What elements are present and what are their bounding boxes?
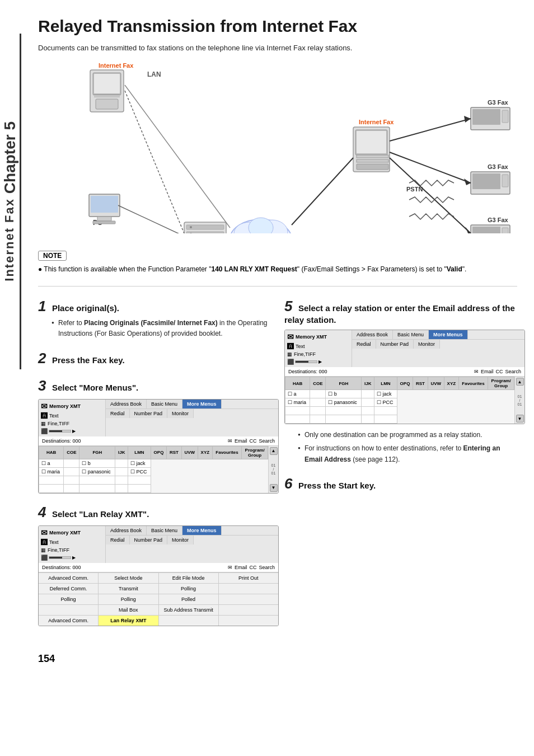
menu-print-out[interactable]: Print Out [219,573,278,583]
tab-monitor[interactable]: Monitor [167,409,194,418]
network-diagram: Internet Fax LAN PC Mail Server [38,60,517,233]
menu-polling[interactable]: Polling [159,584,219,594]
tab-basic-menu[interactable]: Basic Menu [147,400,182,408]
scroll-up[interactable]: ▲ [270,447,278,455]
step-3-num: 3 [38,377,46,394]
step-5-text: Select a relay station or enter the Emai… [284,303,515,325]
col-xyz[interactable]: XYZ [198,446,212,459]
menu-sub-addr-xmt[interactable]: Sub Address Transmit [159,605,219,615]
step5-fax-tabs: Address Book Basic Menu More Menus Redia… [352,330,524,367]
menu-lan-relay-xmt[interactable]: Lan Relay XMT [99,616,158,626]
table-row-empty2 [285,415,514,424]
menu-select-mode[interactable]: Select Mode [99,573,158,583]
svg-rect-9 [93,221,115,224]
col-favourites[interactable]: Favourites [212,446,241,459]
svg-point-15 [190,226,192,228]
svg-line-45 [390,152,471,183]
step-6-num: 6 [284,475,292,492]
menu-tab-more-menus[interactable]: More Menus [182,526,222,535]
menu-transmit[interactable]: Transmit [99,584,158,594]
col-program-group[interactable]: Program/Group [242,446,268,459]
svg-rect-5 [96,99,118,109]
menu-polling3[interactable]: Polling [99,594,158,604]
fax-table-area: HAB COE FGH IJK LMN OPQ RST UVW XYZ Fa [39,446,278,493]
fax-header: ✉ Memory XMT 🅰 Text ▦ Fine,TIFF [39,400,278,436]
step5-tab-basic-menu[interactable]: Basic Menu [393,330,429,339]
menu-advanced-comm[interactable]: Advanced Comm. [39,573,99,583]
step5-tab-address-book[interactable]: Address Book [352,330,393,339]
chapter-side-tab: Chapter 5 Internet Fax [0,34,21,369]
chapter-number: Chapter 5 [1,121,19,194]
table-row: ☐ a ☐ b ☐ jack [285,390,514,398]
col-fgh[interactable]: FGH [79,446,115,459]
page-title: Relayed Transmission from Internet Fax [38,17,517,36]
g3fax-label3: G3 Fax [488,217,509,223]
step5-address-table: HAB COE FGH IJK LMN OPQ RST UVW XYZ Fa [285,377,514,424]
svg-rect-31 [502,110,508,123]
svg-line-39 [125,85,230,228]
step5-tab-more-menus[interactable]: More Menus [429,330,468,339]
step-6: 6 Press the Start key. [284,475,517,492]
step5-tab-number-pad[interactable]: Number Pad [376,340,414,349]
menu-tab-basic-menu[interactable]: Basic Menu [147,526,182,535]
menu-mail-box[interactable]: Mail Box [99,605,158,615]
menu-edit-file-mode[interactable]: Edit File Mode [159,573,219,583]
lan-label: LAN [147,71,161,78]
intro-text: Documents can be transmitted to fax stat… [38,44,517,52]
steps-right: 5 Select a relay station or enter the Em… [284,298,517,636]
scroll-arrows: ▲ 01/01 ▼ [268,446,278,493]
step5-fax-panel: ✉ Memory XMT 🅰 Text ▦ Fine,TIFF [284,330,525,424]
menu-tab-number-pad[interactable]: Number Pad [130,536,168,544]
menu-row-5: Advanced Comm. Lan Relay XMT [39,615,278,626]
section-divider [38,286,517,287]
menu-polling2[interactable]: Polling [39,594,99,604]
svg-rect-37 [502,228,508,233]
svg-line-43 [390,119,471,141]
svg-marker-46 [464,179,471,185]
menu-tab-address-book[interactable]: Address Book [106,526,147,535]
note-content: ● This function is available when the Fu… [38,264,508,275]
scroll-down[interactable]: ▼ [270,484,278,492]
internet-fax-label: Internet Fax [99,62,134,69]
fax-left-info: ✉ Memory XMT 🅰 Text ▦ Fine,TIFF [39,400,106,436]
table-row-empty2 [39,484,268,492]
col-rst[interactable]: RST [167,446,181,459]
steps-left: 1 Place original(s). Refer to Placing Or… [38,298,271,636]
col-uvw[interactable]: UVW [181,446,198,459]
menu-row-1: Advanced Comm. Select Mode Edit File Mod… [39,572,278,583]
fax-tabs-row2: Redial Number Pad Monitor [106,409,278,418]
step3-fax-panel: ✉ Memory XMT 🅰 Text ▦ Fine,TIFF [38,399,279,494]
svg-line-47 [390,158,471,233]
tab-redial[interactable]: Redial [106,409,130,418]
fax-dest-label: Destinations: 000 [42,438,228,444]
svg-line-38 [125,91,184,233]
col-ijk[interactable]: IJK [115,446,128,459]
menu-tabs: Address Book Basic Menu More Menus Redia… [106,526,278,563]
step5-scroll-down[interactable]: ▼ [516,415,524,422]
tab-address-book[interactable]: Address Book [106,400,147,408]
svg-rect-34 [502,175,508,187]
col-lmn[interactable]: LMN [128,446,151,459]
step-3: 3 Select "More Menus". ✉ Memory XMT 🅰 T [38,377,271,494]
step5-tab-monitor[interactable]: Monitor [414,340,440,349]
menu-row-4: Mail Box Sub Address Transmit [39,604,278,615]
svg-line-40 [118,205,184,233]
menu-polled[interactable]: Polled [159,594,219,604]
tab-number-pad[interactable]: Number Pad [130,409,168,418]
svg-rect-8 [97,217,111,221]
step5-tab-redial[interactable]: Redial [352,340,376,349]
menu-advanced-comm2[interactable]: Advanced Comm. [39,616,99,626]
col-coe[interactable]: COE [64,446,79,459]
menu-tab-redial[interactable]: Redial [106,536,130,544]
menu-deferred-comm[interactable]: Deferred Comm. [39,584,99,594]
tab-more-menus[interactable]: More Menus [182,400,222,408]
svg-marker-44 [464,116,471,123]
col-opq[interactable]: OPQ [151,446,166,459]
step-6-text: Press the Start key. [298,481,376,490]
col-hab[interactable]: HAB [39,446,64,459]
fax-dest-icons: ✉ Email CC Search [228,438,275,444]
step-2: 2 Press the Fax key. [38,350,271,367]
step5-scroll-up[interactable]: ▲ [516,378,524,386]
menu-tab-monitor[interactable]: Monitor [167,536,194,544]
table-row: ☐ a ☐ b ☐ jack [39,459,268,467]
